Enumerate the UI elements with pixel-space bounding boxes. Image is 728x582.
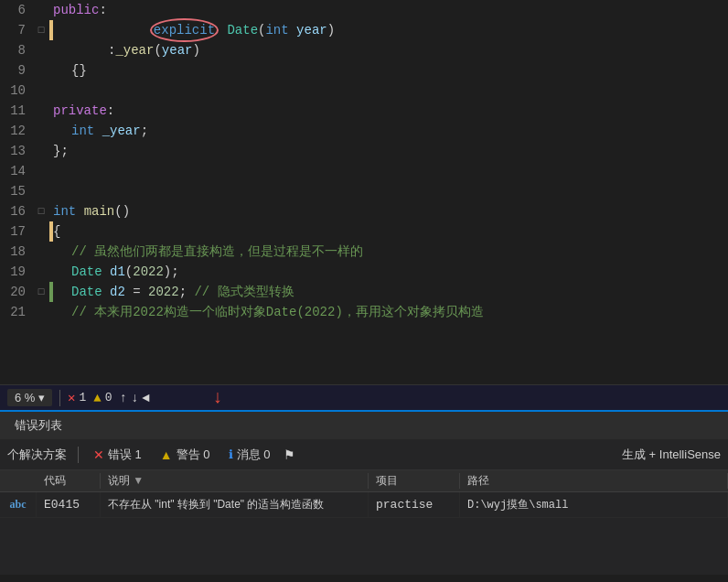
code-line-13: };: [53, 141, 728, 161]
code-editor[interactable]: 6 7 8 9 10 11 12 13 14 15 16 17 18 19 20…: [0, 0, 728, 384]
intellisense-button[interactable]: 生成 + IntelliSense: [622, 447, 721, 463]
header-path: 路径: [460, 473, 728, 489]
code-line-18: // 虽然他们两都是直接构造，但是过程是不一样的: [53, 242, 728, 262]
fold-icon-16[interactable]: □: [38, 206, 45, 217]
code-line-9: {}: [53, 60, 728, 81]
header-project: 项目: [369, 473, 460, 489]
code-line-19: Date d1(2022);: [53, 262, 728, 282]
header-code: 代码: [37, 473, 101, 489]
info-filter-icon: ℹ: [229, 447, 233, 461]
code-line-20: Date d2 = 2022; // 隐式类型转换: [53, 282, 728, 302]
sort-icon[interactable]: ▼: [133, 474, 144, 487]
error-icon: ✕: [68, 390, 75, 405]
code-line-15: [53, 181, 728, 201]
arrow-up-icon[interactable]: ↑: [120, 391, 127, 405]
warning-filter-button[interactable]: ▲ 警告 0: [156, 445, 214, 465]
change-indicator-bar: [49, 0, 53, 384]
separator-2: [78, 447, 79, 463]
line-numbers: 6 7 8 9 10 11 12 13 14 15 16 17 18 19 20…: [0, 0, 33, 384]
warning-filter-icon: ▲: [160, 447, 173, 462]
zoom-dropdown-icon: ▾: [38, 391, 45, 404]
zoom-value: 6: [15, 391, 21, 404]
warning-btn-label: 警告 0: [177, 447, 210, 463]
error-count: 1: [79, 391, 86, 404]
filter-flag-icon[interactable]: ⚑: [284, 446, 294, 464]
code-line-16: int main(): [53, 201, 728, 221]
row-project-cell: practise: [369, 492, 460, 517]
separator-1: [59, 390, 60, 406]
zoom-percent: %: [25, 391, 36, 404]
row-type-icon-cell: abc: [0, 492, 37, 517]
table-header: 代码 说明 ▼ 项目 路径: [0, 470, 728, 492]
code-line-11: private:: [53, 101, 728, 121]
error-filter-button[interactable]: ✕ 错误 1: [90, 445, 145, 465]
arrow-down-icon[interactable]: ↓: [131, 391, 138, 405]
error-status: ✕ 1: [68, 390, 86, 405]
error-description: 不存在从 "int" 转换到 "Date" 的适当构造函数: [108, 497, 324, 512]
warning-count: 0: [105, 391, 112, 404]
row-code-cell: E0415: [37, 492, 101, 517]
error-list-tab[interactable]: 错误列表: [7, 414, 70, 437]
panel-toolbar: 个解决方案 ✕ 错误 1 ▲ 警告 0 ℹ 消息 0 ⚑ 生成 + Intell…: [0, 439, 728, 470]
error-filter-icon: ✕: [93, 447, 104, 462]
panel-tabs: 错误列表: [0, 412, 728, 439]
code-line-10: [53, 81, 728, 101]
editor-container: 6 7 8 9 10 11 12 13 14 15 16 17 18 19 20…: [0, 0, 728, 575]
explicit-keyword: explicit: [150, 18, 219, 42]
fold-icon-7[interactable]: □: [38, 25, 45, 36]
row-desc-cell: 不存在从 "int" 转换到 "Date" 的适当构造函数: [101, 492, 369, 517]
error-project: practise: [376, 498, 433, 512]
intellisense-label: 生成 + IntelliSense: [622, 447, 721, 463]
nav-arrows: ↑ ↓ ◄: [120, 391, 150, 405]
fold-icon-20[interactable]: □: [38, 286, 45, 297]
error-table-body: abc E0415 不存在从 "int" 转换到 "Date" 的适当构造函数 …: [0, 492, 728, 518]
abc-icon: abc: [10, 498, 27, 512]
header-desc-label: 说明: [108, 474, 130, 487]
table-row[interactable]: abc E0415 不存在从 "int" 转换到 "Date" 的适当构造函数 …: [0, 492, 728, 518]
gutter: □ □ □: [33, 0, 49, 384]
code-line-12: int _year;: [53, 121, 728, 141]
info-btn-label: 消息 0: [237, 447, 271, 463]
red-arrow-icon: ↓: [212, 387, 223, 408]
code-line-14: [53, 161, 728, 181]
error-path: D:\wyj摸鱼\small: [467, 497, 568, 512]
warning-icon: ▲: [93, 391, 101, 405]
error-code: E0415: [44, 498, 80, 512]
zoom-button[interactable]: 6 % ▾: [7, 389, 52, 406]
code-line-7: explicit Date(int year): [53, 20, 728, 40]
code-line-8: :_year(year): [53, 40, 728, 60]
solution-label: 个解决方案: [7, 447, 67, 463]
status-bar: 6 % ▾ ✕ 1 ▲ 0 ↑ ↓ ◄ ↓: [0, 384, 728, 410]
code-line-17: {: [53, 221, 728, 242]
error-btn-label: 错误 1: [108, 447, 142, 463]
code-line-21: // 本来用2022构造一个临时对象Date(2022)，再用这个对象拷贝构造: [53, 302, 728, 322]
warning-status: ▲ 0: [93, 391, 112, 405]
error-list-panel: 错误列表 个解决方案 ✕ 错误 1 ▲ 警告 0 ℹ 消息 0 ⚑ 生成 + I…: [0, 410, 728, 575]
info-filter-button[interactable]: ℹ 消息 0: [225, 445, 274, 465]
header-desc: 说明 ▼: [101, 473, 369, 489]
row-path-cell: D:\wyj摸鱼\small: [460, 492, 728, 517]
arrow-left-icon[interactable]: ◄: [142, 391, 149, 405]
code-content[interactable]: public: explicit Date(int year) :_year(y…: [53, 0, 728, 384]
